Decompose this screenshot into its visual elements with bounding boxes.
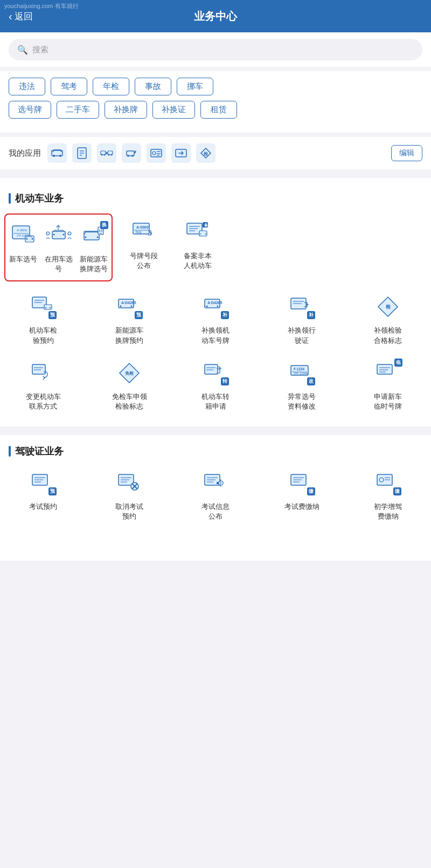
- quick-tags-section: 违法 驾考 年检 事故 挪车 选号牌 二手车 补换牌 补换证 租赁: [0, 71, 431, 133]
- change-contact-icon: [29, 359, 58, 388]
- inuse-car-number-item[interactable]: 在用车选号: [41, 215, 77, 280]
- bottom-padding: [0, 539, 431, 561]
- exam-appt-icon: 预: [29, 469, 58, 498]
- my-apps-label: 我的应用: [9, 148, 41, 159]
- exam-info-item[interactable]: 考试信息公布: [172, 462, 259, 528]
- ev-plate-item[interactable]: 换 新能源车换牌选号: [76, 215, 112, 280]
- newdriver-fee-item[interactable]: 缴 初学增驾费缴纳: [345, 462, 431, 528]
- tag-违法[interactable]: 违法: [9, 78, 45, 95]
- svg-text:A·0000: A·0000: [17, 229, 27, 232]
- exempt-sticker-item[interactable]: 免检 免检车申领检验标志: [86, 352, 172, 418]
- inspection-appt-label: 机动车检验预约: [29, 326, 57, 345]
- my-app-icon-6[interactable]: [171, 143, 191, 163]
- driving-row-1: 预 考试预约 取消考试预约: [0, 462, 431, 528]
- my-app-icon-4[interactable]: [122, 143, 141, 163]
- svg-point-68: [217, 306, 219, 307]
- driving-license-title: 驾驶证业务: [15, 445, 64, 458]
- svg-point-52: [205, 233, 206, 235]
- tags-row-2: 选号牌 二手车 补换牌 补换证 租赁: [9, 101, 422, 119]
- replace-sticker-label: 补领检验合格标志: [374, 326, 402, 345]
- svg-text:检: 检: [385, 304, 391, 309]
- ev-plate-appt-item[interactable]: A·D4265 预 新能源车换牌预约: [86, 286, 172, 352]
- exam-fee-label: 考试费缴纳: [284, 502, 319, 512]
- cancel-exam-item[interactable]: 取消考试预约: [86, 462, 172, 528]
- svg-rect-58: [44, 305, 52, 309]
- ev-plate-label: 新能源车换牌选号: [80, 254, 108, 274]
- search-placeholder: 搜索: [32, 45, 48, 55]
- svg-rect-103: [217, 482, 219, 484]
- svg-text:A·0000: A·0000: [136, 225, 149, 229]
- transfer-reg-item[interactable]: 转 机动车转籍申请: [172, 352, 259, 418]
- temp-plate-label: 申请新车临时号牌: [374, 392, 402, 411]
- cancel-exam-icon: [115, 469, 144, 498]
- replace-license-item[interactable]: 补 补换领行驶证: [259, 286, 345, 352]
- divider-1: [0, 174, 431, 178]
- tag-年检[interactable]: 年检: [93, 78, 129, 95]
- back-button[interactable]: ‹ 返回: [9, 10, 33, 23]
- record-car-icon: 备: [183, 218, 212, 247]
- svg-point-12: [111, 154, 113, 156]
- svg-rect-50: [199, 231, 207, 236]
- new-car-number-item[interactable]: A·0000 沪A·12345 新车选号: [5, 215, 41, 280]
- svg-point-2: [59, 155, 61, 157]
- back-label: 返回: [15, 10, 33, 23]
- replace-sticker-item[interactable]: 检 补领检验合格标志: [345, 286, 431, 352]
- tag-事故[interactable]: 事故: [135, 78, 171, 95]
- page-title: 业务中心: [194, 9, 237, 24]
- tags-row-1: 违法 驾考 年检 事故 挪车: [9, 78, 422, 95]
- replace-badge: 补: [221, 311, 229, 319]
- plate-segment-item[interactable]: A·0000 号段 号牌号段公布: [117, 211, 171, 277]
- tag-租赁[interactable]: 租赁: [200, 101, 237, 119]
- abnormal-number-item[interactable]: F·1234 沪F·12345 改 异常选号资料修改: [259, 352, 345, 418]
- divider-2: [0, 431, 431, 435]
- svg-point-1: [53, 155, 55, 157]
- svg-point-32: [62, 234, 64, 236]
- search-icon: 🔍: [17, 45, 28, 55]
- search-section: 🔍 搜索: [0, 32, 431, 67]
- section-bar-motor: [9, 193, 11, 204]
- my-app-icon-1[interactable]: [47, 143, 67, 163]
- exam-info-icon: [201, 469, 230, 498]
- my-app-icon-5[interactable]: [147, 143, 166, 163]
- edit-apps-button[interactable]: 编辑: [391, 145, 422, 161]
- header: youchaijuxing.com 有车就行 ‹ 返回 业务中心: [0, 0, 431, 32]
- exam-badge: 预: [48, 487, 57, 495]
- newdriver-fee-icon: 缴: [373, 469, 402, 498]
- new-car-number-icon: A·0000 沪A·12345: [9, 221, 38, 250]
- temp-plate-item[interactable]: 临 申请新车临时号牌: [345, 352, 431, 418]
- change-contact-item[interactable]: 变更机动车联系方式: [0, 352, 86, 418]
- svg-text:免检: 免检: [124, 371, 134, 376]
- search-bar[interactable]: 🔍 搜索: [9, 39, 422, 60]
- change-contact-label: 变更机动车联系方式: [26, 392, 61, 411]
- my-app-icon-7[interactable]: 检: [196, 143, 215, 163]
- fee-badge: 缴: [307, 487, 315, 495]
- tag-挪车[interactable]: 挪车: [177, 78, 213, 95]
- svg-point-29: [31, 238, 33, 240]
- newdriver-fee-label: 初学增驾费缴纳: [374, 502, 402, 521]
- my-app-icon-2[interactable]: [72, 143, 92, 163]
- replace-plate-item[interactable]: A·D4265 补 补换领机动车号牌: [172, 286, 259, 352]
- motor-row-2: 预 机动车检验预约 A·D4265 预 新能源车换牌预约 A·D4265: [0, 286, 431, 352]
- temp-badge: 临: [394, 359, 402, 367]
- tag-选号牌[interactable]: 选号牌: [9, 101, 51, 119]
- svg-point-33: [46, 232, 50, 235]
- tag-二手车[interactable]: 二手车: [57, 101, 99, 119]
- my-app-icon-3[interactable]: [97, 143, 116, 163]
- driving-license-header: 驾驶证业务: [0, 435, 431, 462]
- exam-appt-item[interactable]: 预 考试预约: [0, 462, 86, 528]
- my-apps-section: 我的应用: [0, 137, 431, 169]
- record-car-item[interactable]: 备 备案非本人机动车: [171, 211, 225, 277]
- svg-text:F·1234: F·1234: [294, 367, 305, 371]
- tag-补换牌[interactable]: 补换牌: [105, 101, 147, 119]
- tag-补换证[interactable]: 补换证: [152, 101, 195, 119]
- inspection-appt-item[interactable]: 预 机动车检验预约: [0, 286, 86, 352]
- ev-plate-icon: 换: [79, 221, 108, 250]
- plate-segment-icon: A·0000 号段: [129, 218, 158, 247]
- exempt-sticker-label: 免检车申领检验标志: [112, 392, 147, 411]
- svg-rect-77: [205, 364, 218, 374]
- motor-vehicle-title: 机动车业务: [15, 192, 64, 205]
- svg-text:沪F·12345: 沪F·12345: [294, 371, 308, 375]
- exam-fee-icon: 缴: [287, 469, 316, 498]
- exam-fee-item[interactable]: 缴 考试费缴纳: [259, 462, 345, 528]
- tag-驾考[interactable]: 驾考: [51, 78, 87, 95]
